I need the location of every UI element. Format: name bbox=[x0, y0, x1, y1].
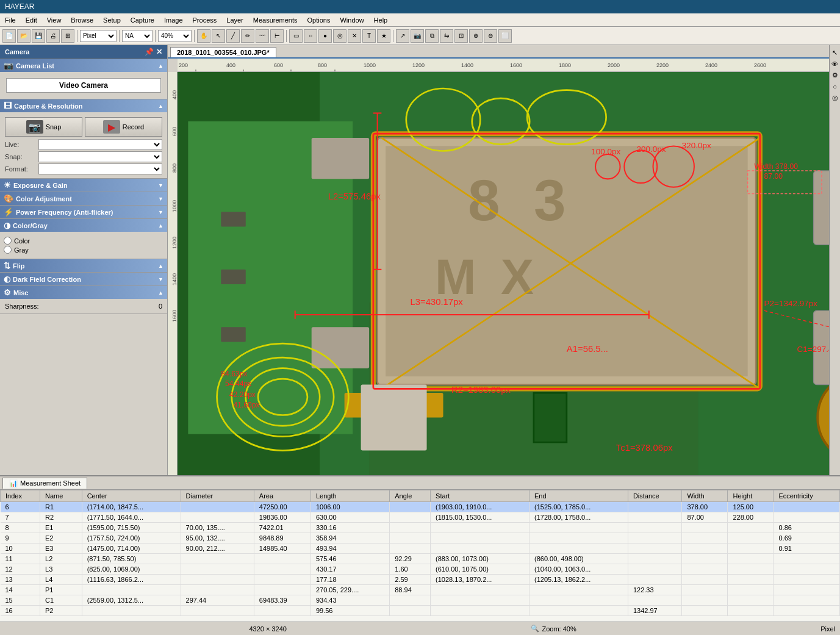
menu-measurements[interactable]: Measurements bbox=[248, 15, 303, 25]
pixel-select[interactable]: Pixel bbox=[80, 30, 117, 42]
misc-header[interactable]: ⚙ Misc ▲ bbox=[0, 286, 167, 299]
tb-grid[interactable]: ⊞ bbox=[61, 29, 74, 43]
power-collapse[interactable]: ▼ bbox=[158, 209, 163, 215]
tb-star[interactable]: ★ bbox=[377, 29, 390, 43]
snap-button[interactable]: 📷 Snap bbox=[5, 117, 82, 137]
tb-line[interactable]: ╱ bbox=[226, 29, 240, 43]
rt-pointer[interactable]: ↖ bbox=[831, 48, 839, 58]
table-row[interactable]: 10E3(1475.00, 714.00)90.00, 212....14985… bbox=[1, 544, 840, 554]
rt-eye[interactable]: 👁 bbox=[830, 59, 839, 69]
measurement-table-wrap[interactable]: Index Name Center Diameter Area Length A… bbox=[0, 490, 840, 622]
cell-angle: 1.60 bbox=[390, 564, 431, 575]
menu-options[interactable]: Options bbox=[303, 15, 336, 25]
tb-print[interactable]: 🖨 bbox=[46, 29, 60, 43]
table-row[interactable]: 14P1270.05, 229....88.94122.33 bbox=[1, 585, 840, 595]
live-select[interactable] bbox=[38, 139, 162, 150]
color-radio[interactable] bbox=[4, 237, 12, 245]
tb-freehand[interactable]: 〰 bbox=[256, 29, 269, 43]
status-bar: 4320 × 3240 🔍 Zoom: 40% Pixel bbox=[0, 622, 840, 635]
gray-radio[interactable] bbox=[4, 246, 12, 254]
color-adj-header[interactable]: 🎨 Color Adjustment ▼ bbox=[0, 192, 167, 205]
table-row[interactable]: 7R2(1771.50, 1644.0...19836.00630.00(181… bbox=[1, 512, 840, 523]
tb-zoom-fit[interactable]: ⊡ bbox=[454, 29, 468, 43]
collapse-arrow[interactable]: ▲ bbox=[158, 63, 163, 69]
table-row[interactable]: 15C1(2559.00, 1312.5...297.4469483.39934… bbox=[1, 595, 840, 606]
menu-layer[interactable]: Layer bbox=[221, 15, 248, 25]
color-gray-collapse[interactable]: ▲ bbox=[158, 223, 163, 229]
table-row[interactable]: 8E1(1595.00, 715.50)70.00, 135....7422.0… bbox=[1, 523, 840, 533]
table-row[interactable]: 9E2(1757.50, 724.00)95.00, 132....9848.8… bbox=[1, 533, 840, 544]
cell-index: 9 bbox=[1, 533, 40, 544]
menu-capture[interactable]: Capture bbox=[126, 15, 159, 25]
menu-process[interactable]: Process bbox=[188, 15, 222, 25]
rt-gear[interactable]: ⚙ bbox=[831, 70, 839, 81]
record-button[interactable]: ▶ Record bbox=[85, 117, 162, 137]
tb-rect[interactable]: ▭ bbox=[289, 29, 303, 43]
capture-collapse[interactable]: ▲ bbox=[158, 103, 163, 109]
format-select[interactable] bbox=[38, 163, 162, 174]
exposure-header[interactable]: ☀ Exposure & Gain ▼ bbox=[0, 179, 167, 192]
image-container[interactable]: 8 3 M X bbox=[178, 72, 829, 475]
close-icon[interactable]: ✕ bbox=[156, 48, 162, 56]
pin-icon[interactable]: 📌 bbox=[145, 48, 154, 56]
tb-flip[interactable]: ⇆ bbox=[440, 29, 453, 43]
rt-circle[interactable]: ○ bbox=[831, 82, 838, 91]
misc-collapse[interactable]: ▲ bbox=[158, 290, 163, 296]
flip-header[interactable]: ⇅ Flip ▲ bbox=[0, 259, 167, 272]
tb-dot[interactable]: ● bbox=[318, 29, 332, 43]
cell-angle bbox=[390, 523, 431, 533]
table-row[interactable]: 13L4(1116.63, 1866.2...177.182.59(1028.1… bbox=[1, 575, 840, 585]
camera-list-header[interactable]: 📷 Camera List ▲ bbox=[0, 59, 167, 72]
cell-height bbox=[728, 606, 774, 616]
col-area: Area bbox=[254, 490, 311, 502]
menu-window[interactable]: Window bbox=[335, 15, 368, 25]
color-adj-collapse[interactable]: ▼ bbox=[158, 196, 163, 202]
cell-distance bbox=[628, 544, 682, 554]
menu-file[interactable]: File bbox=[0, 15, 21, 25]
dark-field-collapse[interactable]: ▼ bbox=[158, 276, 163, 282]
tb-new[interactable]: 📄 bbox=[2, 29, 16, 43]
tb-camera[interactable]: 📷 bbox=[411, 29, 424, 43]
table-row[interactable]: 11L2(871.50, 785.50)575.4692.29(883.00, … bbox=[1, 554, 840, 564]
menu-image[interactable]: Image bbox=[159, 15, 188, 25]
table-row[interactable]: 16P299.561342.97 bbox=[1, 606, 840, 616]
tb-zoom-out[interactable]: ⊖ bbox=[484, 29, 497, 43]
tb-circle[interactable]: ○ bbox=[304, 29, 317, 43]
measurement-table: Index Name Center Diameter Area Length A… bbox=[0, 490, 840, 616]
tb-open[interactable]: 📂 bbox=[17, 29, 31, 43]
tb-arrow[interactable]: ↗ bbox=[396, 29, 409, 43]
zoom-select[interactable]: 40% 100% 50% 25% bbox=[158, 30, 192, 42]
table-row[interactable]: 12L3(825.00, 1069.00)430.171.60(610.00, … bbox=[1, 564, 840, 575]
measurement-sheet-tab[interactable]: 📊 Measurement Sheet bbox=[2, 478, 87, 489]
na-select[interactable]: NA bbox=[122, 30, 153, 42]
snap-select[interactable] bbox=[38, 151, 162, 162]
menu-setup[interactable]: Setup bbox=[98, 15, 126, 25]
cell-name: E3 bbox=[40, 544, 82, 554]
tb-hand[interactable]: ✋ bbox=[197, 29, 210, 43]
tb-ring[interactable]: ◎ bbox=[333, 29, 346, 43]
tb-copy[interactable]: ⧉ bbox=[425, 29, 439, 43]
flip-collapse[interactable]: ▲ bbox=[158, 263, 163, 269]
tb-pointer[interactable]: ↖ bbox=[212, 29, 225, 43]
tb-zoom-in[interactable]: ⊕ bbox=[469, 29, 483, 43]
tb-cross[interactable]: ✕ bbox=[348, 29, 361, 43]
table-row[interactable]: 6R1(1714.00, 1847.5...47250.001006.00(19… bbox=[1, 502, 840, 512]
menu-help[interactable]: Help bbox=[369, 15, 393, 25]
power-freq-header[interactable]: ⚡ Power Frequency (Anti-flicker) ▼ bbox=[0, 206, 167, 218]
rt-target[interactable]: ◎ bbox=[831, 93, 839, 103]
color-gray-header[interactable]: ◑ Color/Gray ▲ bbox=[0, 219, 167, 232]
menu-browse[interactable]: Browse bbox=[66, 15, 98, 25]
cell-diameter bbox=[181, 554, 254, 564]
image-tab[interactable]: 2018_0101_003554_010.JPG* bbox=[170, 47, 276, 57]
exposure-collapse[interactable]: ▼ bbox=[158, 182, 163, 188]
tb-measure1[interactable]: ⊢ bbox=[270, 29, 284, 43]
menu-edit[interactable]: Edit bbox=[21, 15, 42, 25]
tb-pen[interactable]: ✏ bbox=[241, 29, 254, 43]
capture-header[interactable]: 🎞 Capture & Resolution ▲ bbox=[0, 99, 167, 112]
camera-panel-header[interactable]: Camera 📌 ✕ bbox=[0, 45, 167, 59]
menu-view[interactable]: View bbox=[42, 15, 66, 25]
tb-window[interactable]: ⬜ bbox=[498, 29, 512, 43]
dark-field-header[interactable]: ◐ Dark Field Correction ▼ bbox=[0, 273, 167, 285]
tb-text[interactable]: T bbox=[362, 29, 376, 43]
tb-save[interactable]: 💾 bbox=[32, 29, 45, 43]
